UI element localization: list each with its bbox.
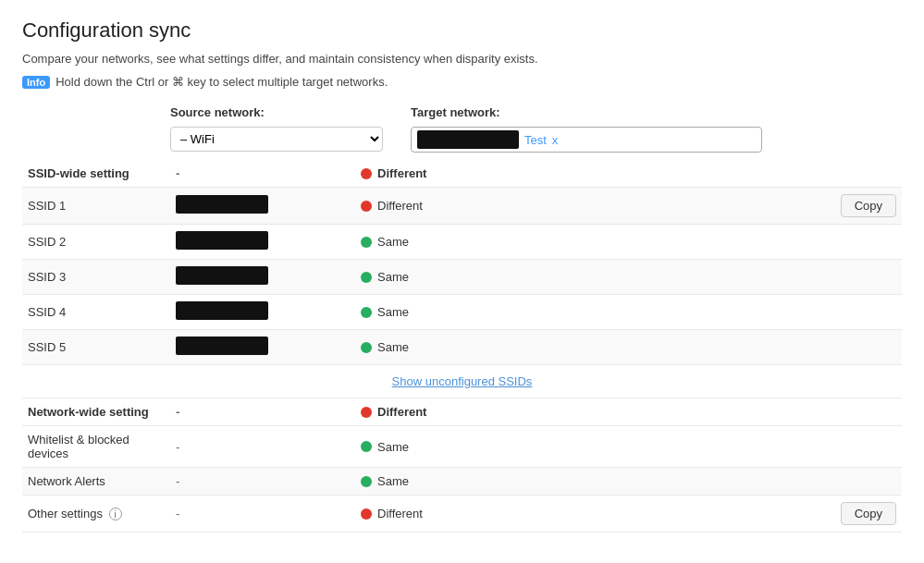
ssid-header-source: - [170,160,355,188]
target-network-group: Target network: Test x [411,105,762,153]
ssid-row-3: SSID 3 Same [22,260,902,295]
whitelist-status-dot [361,441,372,452]
ssid-row-5: SSID 5 Same [22,330,902,365]
ssid-header-status-dot [361,168,372,179]
alerts-source: - [170,468,355,496]
ssid-header-status-text: Different [377,166,426,180]
ssid-1-status-text: Different [377,199,423,213]
ssid-4-status-dot [361,307,372,318]
ssid-4-action [828,295,902,330]
ssid-2-label: SSID 2 [22,225,170,260]
whitelist-source: - [170,426,355,468]
ssid-section-header: SSID-wide setting - Different [22,160,902,188]
network-header-status-dot [361,407,372,418]
target-close-button[interactable]: x [552,133,559,147]
other-settings-info-icon[interactable]: i [109,508,122,520]
ssid-5-status-dot [361,342,372,353]
ssid-header-label: SSID-wide setting [22,160,170,188]
show-unconfigured-row: Show unconfigured SSIDs [22,365,902,398]
ssid-header-status-cell: Different [355,160,828,188]
alerts-label: Network Alerts [22,468,170,496]
whitelist-status-text: Same [377,440,409,454]
ssid-1-action: Copy [828,188,902,225]
other-settings-status-cell: Different [355,496,828,532]
ssid-1-status-dot [361,201,372,212]
target-input-block [417,130,519,149]
page-title: Configuration sync [22,18,902,43]
ssid-row-2: SSID 2 Same [22,225,902,260]
config-table: SSID-wide setting - Different SSID 1 [22,160,902,532]
ssid-1-status-cell: Different [355,188,828,225]
network-selectors: Source network: – WiFi Target network: T… [22,105,902,153]
ssid-4-label: SSID 4 [22,295,170,330]
target-network-label: Target network: [411,105,762,119]
target-tag: Test [524,133,547,147]
ssid-2-action [828,225,902,260]
ssid-5-action [828,330,902,365]
ssid-2-status-cell: Same [355,225,828,260]
ssid-5-label: SSID 5 [22,330,170,365]
ssid-4-status-text: Same [377,305,409,319]
ssid-1-copy-button[interactable]: Copy [841,194,896,217]
source-network-select[interactable]: – WiFi [170,127,383,152]
ssid-1-source [170,188,355,225]
other-settings-action: Copy [828,496,902,532]
ssid-3-label: SSID 3 [22,260,170,295]
ssid-2-value [176,231,268,250]
alerts-status-text: Same [377,474,409,488]
target-select-wrap[interactable]: Test x [411,127,762,153]
network-header-source: - [170,398,355,426]
whitelist-label: Whitelist & blocked devices [22,426,170,468]
alerts-status-dot [361,476,372,487]
network-section-header: Network-wide setting - Different [22,398,902,426]
page-subtitle: Compare your networks, see what settings… [22,52,902,66]
ssid-3-status-cell: Same [355,260,828,295]
alerts-action [828,468,902,496]
info-text: Hold down the Ctrl or ⌘ key to select mu… [55,75,388,89]
ssid-1-label: SSID 1 [22,188,170,225]
ssid-3-action [828,260,902,295]
ssid-2-status-text: Same [377,235,409,249]
ssid-row-4: SSID 4 Same [22,295,902,330]
alerts-status-cell: Same [355,468,828,496]
ssid-header-action [828,160,902,188]
whitelist-status-cell: Same [355,426,828,468]
source-select-wrap: – WiFi [170,127,383,152]
ssid-3-value [176,266,268,285]
source-network-group: Source network: – WiFi [170,105,383,152]
whitelist-action [828,426,902,468]
network-header-status-text: Different [377,405,426,419]
other-settings-label: Other settings i [22,496,170,532]
ssid-4-source [170,295,355,330]
ssid-2-status-dot [361,237,372,248]
ssid-5-value [176,337,268,355]
network-header-label: Network-wide setting [22,398,170,426]
alerts-row: Network Alerts - Same [22,468,902,496]
ssid-row-1: SSID 1 Different Copy [22,188,902,225]
ssid-2-source [170,225,355,260]
ssid-3-source [170,260,355,295]
ssid-4-value [176,301,268,320]
info-badge: Info [22,76,50,89]
show-unconfigured-cell: Show unconfigured SSIDs [22,365,902,398]
whitelist-row: Whitelist & blocked devices - Same [22,426,902,468]
ssid-1-value [176,195,268,214]
other-settings-status-dot [361,508,372,520]
info-bar: Info Hold down the Ctrl or ⌘ key to sele… [22,75,902,89]
other-settings-source: - [170,496,355,532]
other-settings-status-text: Different [377,507,423,520]
source-network-label: Source network: [170,105,383,119]
other-settings-row: Other settings i - Different Copy [22,496,902,532]
network-header-action [828,398,902,426]
ssid-5-status-text: Same [377,340,409,354]
show-unconfigured-link[interactable]: Show unconfigured SSIDs [392,374,533,388]
ssid-3-status-text: Same [377,270,409,284]
network-header-status-cell: Different [355,398,828,426]
other-settings-copy-button[interactable]: Copy [841,502,896,525]
ssid-3-status-dot [361,272,372,283]
ssid-5-source [170,330,355,365]
ssid-4-status-cell: Same [355,295,828,330]
ssid-5-status-cell: Same [355,330,828,365]
